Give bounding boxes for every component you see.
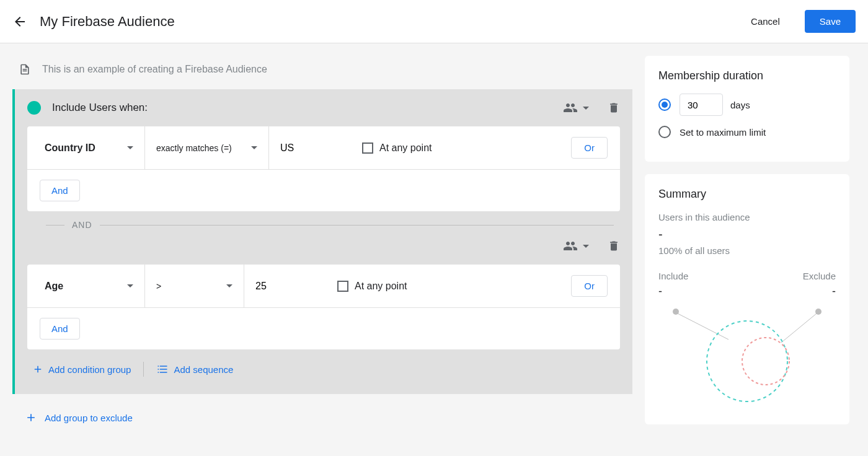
membership-duration-card: Membership duration days Set to maximum … (645, 56, 849, 162)
summary-percent: 100% of all users (658, 245, 836, 256)
include-indicator-icon (27, 101, 41, 115)
cancel-button[interactable]: Cancel (738, 11, 792, 32)
summary-count: - (658, 227, 836, 242)
duration-days-option[interactable]: days (658, 94, 836, 116)
chevron-down-icon (583, 107, 589, 110)
people-icon (563, 239, 578, 253)
venn-diagram (658, 305, 836, 411)
svg-line-2 (678, 314, 728, 340)
add-condition-group-button[interactable]: Add condition group (32, 364, 131, 375)
operator-select[interactable]: > (145, 265, 244, 307)
field-select[interactable]: Age (33, 265, 145, 307)
sequence-icon (156, 363, 169, 375)
condition-card-1: Country ID exactly matches (=) At any po… (27, 126, 620, 211)
summary-subtitle: Users in this audience (658, 212, 836, 222)
exclude-label: Exclude (803, 271, 836, 281)
chevron-down-icon (127, 146, 133, 149)
condition-card-2: Age > At any point Or And (27, 265, 620, 349)
add-exclude-group-button[interactable]: Add group to exclude (12, 394, 632, 424)
scope-dropdown[interactable] (563, 239, 589, 253)
plus-icon (32, 364, 43, 375)
operator-select[interactable]: exactly matches (=) (145, 126, 269, 169)
value-input[interactable] (244, 274, 325, 299)
checkbox-icon (362, 142, 373, 154)
chevron-down-icon (127, 284, 133, 287)
field-select[interactable]: Country ID (33, 126, 145, 169)
plus-icon (25, 411, 37, 424)
include-label: Include (658, 271, 688, 281)
divider (143, 362, 144, 377)
membership-title: Membership duration (658, 69, 836, 82)
or-button[interactable]: Or (571, 275, 608, 297)
description-row: This is an example of creating a Firebas… (12, 56, 632, 89)
and-divider: AND (15, 211, 632, 239)
back-arrow-icon[interactable] (12, 14, 27, 29)
people-icon (563, 100, 578, 115)
delete-group-icon[interactable] (608, 240, 620, 252)
summary-card: Summary Users in this audience - 100% of… (645, 174, 849, 424)
or-button[interactable]: Or (571, 137, 608, 159)
days-input[interactable] (680, 94, 723, 116)
value-input[interactable] (269, 136, 350, 160)
scope-dropdown[interactable] (563, 100, 589, 115)
include-label: Include Users when: (52, 102, 563, 114)
condition-row: Age > At any point Or (27, 265, 620, 308)
duration-max-option[interactable]: Set to maximum limit (658, 126, 836, 138)
exclude-value: - (832, 285, 836, 298)
and-button[interactable]: And (40, 318, 80, 340)
summary-title: Summary (658, 188, 836, 201)
at-any-point-checkbox[interactable]: At any point (362, 142, 571, 154)
include-value: - (658, 285, 662, 298)
include-group: Include Users when: Country ID (12, 89, 632, 394)
svg-point-4 (707, 321, 787, 401)
chevron-down-icon (251, 146, 257, 149)
condition-2-header (15, 239, 632, 265)
include-header: Include Users when: (15, 89, 632, 126)
page-header: My Firebase Audience Cancel Save (0, 0, 868, 43)
chevron-down-icon (583, 245, 589, 248)
condition-row: Country ID exactly matches (=) At any po… (27, 126, 620, 170)
checkbox-icon (337, 281, 348, 292)
chevron-down-icon (226, 284, 232, 287)
svg-point-5 (742, 338, 789, 385)
radio-icon (658, 126, 671, 138)
page-title: My Firebase Audience (40, 14, 738, 30)
and-button[interactable]: And (40, 180, 80, 201)
svg-line-3 (781, 314, 817, 343)
at-any-point-checkbox[interactable]: At any point (337, 281, 571, 292)
save-button[interactable]: Save (805, 10, 856, 33)
add-sequence-button[interactable]: Add sequence (156, 363, 233, 375)
add-actions-row: Add condition group Add sequence (15, 349, 632, 389)
document-icon (19, 62, 31, 77)
radio-selected-icon (658, 99, 671, 111)
audience-description[interactable]: This is an example of creating a Firebas… (42, 64, 267, 75)
delete-group-icon[interactable] (608, 102, 620, 114)
